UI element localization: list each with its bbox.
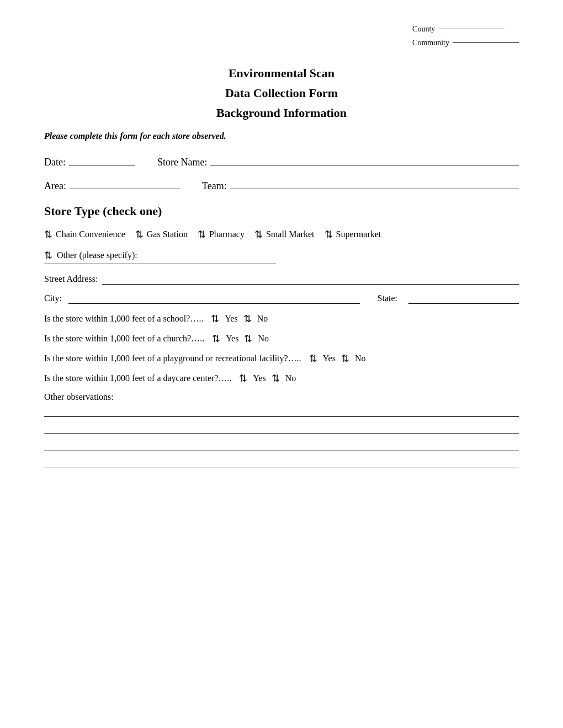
storename-input[interactable]	[210, 165, 519, 165]
yes-checkbox-daycare[interactable]: ⇅	[239, 372, 247, 384]
yes-checkbox-school[interactable]: ⇅	[211, 313, 219, 325]
question-school-text: Is the store within 1,000 feet of a scho…	[44, 314, 203, 324]
other-obs-label: Other observations:	[44, 392, 519, 402]
question-playground: Is the store within 1,000 feet of a play…	[44, 352, 519, 365]
obs-line-4[interactable]	[44, 458, 519, 468]
street-input[interactable]	[102, 274, 519, 285]
checkbox-label-pharmacy: Pharmacy	[209, 229, 245, 239]
top-right-fields: County Community	[412, 22, 519, 50]
question-daycare: Is the store within 1,000 feet of a dayc…	[44, 372, 519, 384]
yes-label-school: Yes	[225, 314, 237, 324]
question-daycare-text: Is the store within 1,000 feet of a dayc…	[44, 373, 231, 383]
checkbox-pharmacy[interactable]: ⇅ Pharmacy	[198, 228, 245, 240]
date-storename-row: Date: Store Name:	[44, 157, 519, 168]
county-label: County	[412, 22, 435, 36]
team-label: Team:	[202, 180, 227, 192]
question-church-text: Is the store within 1,000 feet of a chur…	[44, 334, 204, 344]
checkbox-icon-chain: ⇅	[44, 228, 52, 240]
section-title: Background Information	[44, 106, 519, 120]
checkbox-icon-gas: ⇅	[135, 228, 144, 240]
city-label: City:	[44, 293, 62, 303]
checkbox-label-super: Supermarket	[336, 229, 381, 239]
question-church: Is the store within 1,000 feet of a chur…	[44, 333, 519, 345]
community-field: Community	[412, 36, 519, 50]
yes-label-playground: Yes	[323, 354, 336, 363]
main-title: Environmental Scan	[44, 66, 519, 81]
no-checkbox-playground[interactable]: ⇅	[341, 352, 349, 365]
team-input[interactable]	[230, 189, 519, 189]
checkbox-gas-station[interactable]: ⇅ Gas Station	[135, 228, 188, 240]
checkbox-icon-other: ⇅	[44, 249, 52, 261]
area-team-row: Area: Team:	[44, 180, 519, 192]
no-checkbox-daycare[interactable]: ⇅	[272, 372, 280, 384]
obs-line-2[interactable]	[44, 424, 519, 434]
other-label: Other (please specify):	[57, 250, 137, 260]
street-label: Street Address:	[44, 274, 98, 284]
other-option-row: ⇅ Other (please specify):	[44, 249, 519, 261]
sub-title: Data Collection Form	[44, 86, 519, 100]
area-input[interactable]	[70, 189, 180, 189]
date-input[interactable]	[69, 165, 135, 165]
store-type-options: ⇅ Chain Convenience ⇅ Gas Station ⇅ Phar…	[44, 228, 519, 240]
question-playground-text: Is the store within 1,000 feet of a play…	[44, 354, 301, 363]
checkbox-supermarket[interactable]: ⇅ Supermarket	[325, 228, 381, 240]
question-school: Is the store within 1,000 feet of a scho…	[44, 313, 519, 325]
area-label: Area:	[44, 180, 66, 192]
city-input[interactable]	[68, 293, 360, 304]
street-address-row: Street Address:	[44, 274, 519, 285]
checkbox-icon-small: ⇅	[254, 228, 263, 240]
no-label-school: No	[257, 314, 268, 324]
no-label-daycare: No	[285, 373, 296, 383]
no-checkbox-church[interactable]: ⇅	[244, 333, 252, 345]
yes-checkbox-playground[interactable]: ⇅	[309, 352, 317, 365]
community-label: Community	[412, 36, 449, 50]
community-underline[interactable]	[453, 42, 519, 43]
county-field: County	[412, 22, 519, 36]
instruction-text: Please complete this form for each store…	[44, 131, 519, 141]
obs-line-3[interactable]	[44, 441, 519, 451]
obs-line-1[interactable]	[44, 406, 519, 417]
no-label-church: No	[258, 334, 269, 344]
yes-label-daycare: Yes	[253, 373, 265, 383]
yes-label-church: Yes	[226, 334, 238, 344]
state-input[interactable]	[408, 293, 519, 304]
storename-label: Store Name:	[157, 157, 207, 168]
other-specify-input[interactable]	[44, 264, 276, 264]
checkbox-chain-convenience[interactable]: ⇅ Chain Convenience	[44, 228, 125, 240]
no-label-playground: No	[355, 354, 366, 363]
checkbox-icon-pharmacy: ⇅	[198, 228, 206, 240]
checkbox-label-gas: Gas Station	[147, 229, 188, 239]
date-label: Date:	[44, 157, 66, 168]
other-observations-section: Other observations:	[44, 392, 519, 468]
checkbox-label-small: Small Market	[266, 229, 315, 239]
checkbox-label-chain: Chain Convenience	[56, 229, 125, 239]
no-checkbox-school[interactable]: ⇅	[243, 313, 252, 325]
page: County Community Environmental Scan Data…	[0, 0, 563, 728]
checkbox-small-market[interactable]: ⇅ Small Market	[254, 228, 315, 240]
city-state-row: City: State:	[44, 293, 519, 304]
yes-checkbox-church[interactable]: ⇅	[212, 333, 220, 345]
county-underline[interactable]	[438, 29, 504, 29]
checkbox-icon-super: ⇅	[325, 228, 333, 240]
state-label: State:	[378, 293, 397, 303]
store-type-heading: Store Type (check one)	[44, 204, 519, 218]
